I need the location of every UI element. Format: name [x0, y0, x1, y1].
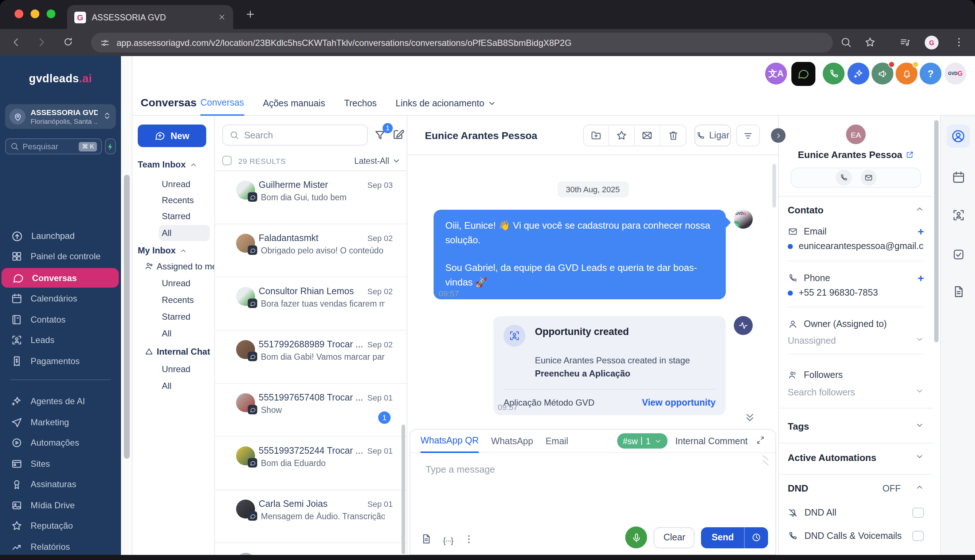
delete-conversation-icon[interactable]	[660, 125, 686, 147]
tab-whatsapp-qr[interactable]: WhatsApp QR	[421, 429, 479, 453]
browser-profile-avatar[interactable]: G	[925, 36, 938, 50]
sidebar-item-automacoes[interactable]: Automações	[0, 434, 121, 452]
message-input[interactable]: Type a message	[426, 464, 495, 475]
sidebar-item-painel[interactable]: Painel de controle	[0, 248, 121, 265]
automations-section-header[interactable]: Active Automations	[788, 452, 924, 463]
notes-tab-icon[interactable]	[950, 283, 966, 299]
reading-list-icon[interactable]	[899, 37, 911, 48]
email-contact-icon[interactable]	[860, 170, 876, 186]
sidebar-item-sites[interactable]: Sites	[0, 455, 121, 473]
tags-section-header[interactable]: Tags	[788, 421, 924, 432]
dnd-calls-checkbox[interactable]	[912, 531, 924, 541]
message-filter-button[interactable]	[736, 125, 760, 147]
chat-widget-icon[interactable]	[791, 62, 815, 86]
tasks-tab-icon[interactable]	[950, 246, 966, 262]
sidebar-item-contatos[interactable]: Contatos	[0, 311, 121, 328]
sidebar-item-marketing[interactable]: Marketing	[0, 413, 121, 431]
call-contact-icon[interactable]	[835, 170, 851, 186]
scroll-to-bottom-icon[interactable]	[744, 412, 756, 426]
templates-icon[interactable]	[421, 533, 432, 548]
panel-scrollbar[interactable]	[933, 116, 940, 560]
announcements-icon[interactable]	[871, 63, 893, 85]
new-tab-button[interactable]	[245, 9, 256, 20]
conversation-row[interactable]: Carla Semi Joias Sep 01 Mensagem de Áudi…	[215, 490, 407, 543]
translate-icon[interactable]: 文A	[765, 63, 787, 85]
chat-scrollbar-thumb[interactable]	[773, 164, 776, 208]
select-all-checkbox[interactable]	[222, 156, 232, 165]
record-audio-button[interactable]	[626, 527, 648, 548]
internal-comment-toggle[interactable]: Internal Comment	[675, 436, 748, 446]
browser-tab[interactable]: G ASSESSORIA GVD	[67, 5, 233, 29]
sidebar-search-input[interactable]: Pesquisar ⌘ K	[5, 138, 102, 154]
owner-select[interactable]: Unassigned	[788, 335, 924, 346]
my-inbox-header[interactable]: My Inbox	[138, 245, 187, 256]
tab-conversas[interactable]: Conversas	[200, 91, 244, 116]
reload-button[interactable]	[63, 37, 73, 47]
sidebar-item-launchpad[interactable]: Launchpad	[0, 227, 121, 245]
add-phone-button[interactable]: +	[917, 272, 924, 284]
bookmark-star-icon[interactable]	[864, 37, 876, 48]
ai-sparkles-icon[interactable]	[848, 63, 869, 85]
send-button[interactable]: Send	[701, 527, 768, 548]
account-switcher[interactable]: ASSESSORIA GVD Florianópolis, Santa ...	[5, 104, 116, 129]
team-inbox-starred[interactable]: Starred	[162, 211, 190, 222]
sidebar-item-assinaturas[interactable]: Assinaturas	[0, 475, 121, 493]
sidebar-item-relatorios[interactable]: Relatórios	[0, 538, 121, 556]
schedule-send-icon[interactable]	[744, 527, 768, 548]
sidebar-item-calendarios[interactable]: Calendários	[0, 290, 121, 307]
custom-values-icon[interactable]: {···}	[443, 536, 453, 545]
sidebar-item-agentes-ai[interactable]: Agentes de AI	[0, 393, 121, 410]
sidebar-item-midia-drive[interactable]: Mídia Drive	[0, 497, 121, 514]
team-inbox-unread[interactable]: Unread	[162, 179, 190, 189]
search-tabs-icon[interactable]	[840, 37, 852, 48]
browser-menu-icon[interactable]	[953, 37, 965, 48]
traffic-minimize-button[interactable]	[31, 10, 39, 18]
sidebar-item-leads[interactable]: Leads	[0, 331, 121, 349]
tab-close-icon[interactable]	[218, 13, 226, 21]
tab-acoes-manuais[interactable]: Ações manuais	[263, 91, 326, 116]
conversation-row[interactable]: 5517992688989 Trocar ... Sep 02 Bom dia …	[215, 331, 407, 384]
team-inbox-header[interactable]: Team Inbox	[138, 160, 197, 170]
assigned-to-me[interactable]: Assigned to me	[157, 262, 217, 272]
my-inbox-all[interactable]: All	[162, 328, 172, 338]
internal-chat-all[interactable]: All	[162, 381, 172, 391]
conversation-search-input[interactable]: Search	[222, 125, 368, 146]
my-inbox-starred[interactable]: Starred	[162, 312, 190, 322]
contact-tab-icon[interactable]	[947, 125, 970, 148]
my-inbox-unread[interactable]: Unread	[162, 278, 190, 288]
internal-chat-header[interactable]: Internal Chat	[157, 347, 210, 357]
open-contact-icon[interactable]	[906, 150, 914, 161]
list-scrollbar-thumb[interactable]	[402, 425, 405, 554]
tab-whatsapp[interactable]: WhatsApp	[491, 429, 533, 453]
sidebar-item-pagamentos[interactable]: Pagamentos	[0, 352, 121, 370]
help-icon[interactable]: ?	[920, 63, 942, 85]
resize-handle[interactable]: ⟋⟋	[761, 455, 770, 465]
new-conversation-button[interactable]: New	[138, 125, 206, 147]
add-email-button[interactable]: +	[917, 225, 924, 237]
internal-chat-unread[interactable]: Unread	[162, 364, 190, 374]
star-conversation-icon[interactable]	[609, 125, 635, 147]
address-bar[interactable]: app.assessoriagvd.com/v2/location/23BKdl…	[91, 33, 833, 52]
tab-trechos[interactable]: Trechos	[344, 91, 376, 116]
quick-actions-button[interactable]	[105, 138, 116, 154]
sidebar-item-reputacao[interactable]: Reputação	[0, 517, 121, 535]
expand-composer-icon[interactable]	[756, 434, 765, 447]
conversation-row[interactable]: 5551993725244 Trocar ... Sep 01 Bom dia …	[215, 437, 407, 490]
sort-dropdown[interactable]: Latest-All	[354, 156, 401, 165]
email-value-row[interactable]: eunicearantespessoa@gmail.c...	[788, 241, 924, 251]
mark-unread-icon[interactable]	[635, 125, 660, 147]
traffic-zoom-button[interactable]	[47, 10, 55, 18]
conversation-row[interactable]: Consultor Rhian Lemos Sep 02 Bora fazer …	[215, 277, 407, 331]
my-inbox-recents[interactable]: Recents	[162, 295, 194, 305]
tab-links-acionamento[interactable]: Links de acionamento	[396, 91, 496, 116]
user-avatar[interactable]: GVDG	[944, 63, 966, 85]
clear-button[interactable]: Clear	[654, 527, 695, 548]
team-inbox-all[interactable]: All	[159, 225, 210, 241]
site-settings-icon[interactable]	[100, 38, 110, 48]
more-options-icon[interactable]	[464, 533, 475, 547]
call-button[interactable]: Ligar	[695, 125, 731, 147]
followers-select[interactable]: Search followers	[788, 387, 924, 398]
compose-icon[interactable]	[392, 128, 404, 143]
notifications-bell-icon[interactable]	[896, 63, 917, 85]
conversation-row[interactable]: Guilherme Mister Sep 03 Bom dia Gui, tud…	[215, 171, 407, 224]
